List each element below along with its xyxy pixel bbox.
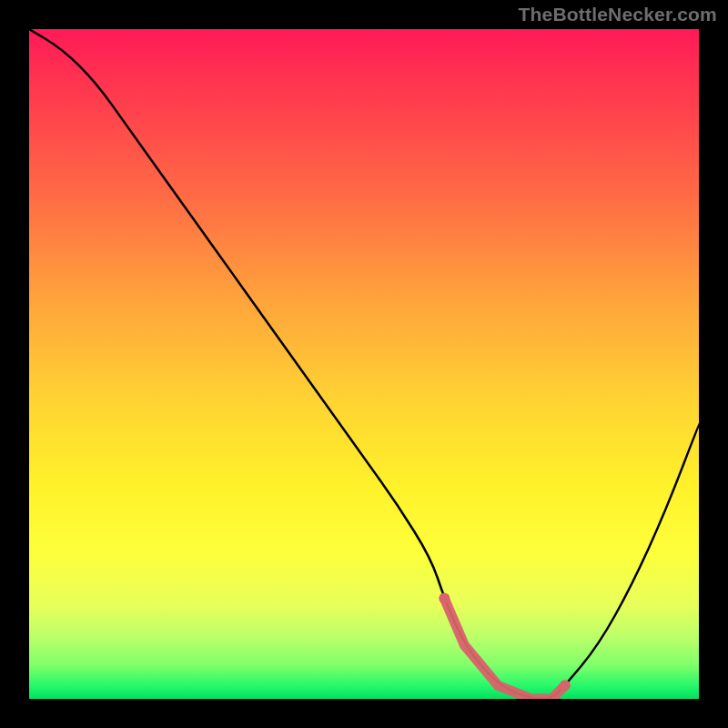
bottleneck-curve <box>29 29 699 699</box>
highlight-endpoint <box>560 680 571 691</box>
highlighted-range <box>444 599 564 699</box>
highlight-endpoint <box>439 593 450 604</box>
watermark-text: TheBottleNecker.com <box>518 4 717 25</box>
plot-area <box>29 29 699 699</box>
chart-frame: TheBottleNecker.com <box>0 0 728 728</box>
curve-path <box>29 29 699 699</box>
